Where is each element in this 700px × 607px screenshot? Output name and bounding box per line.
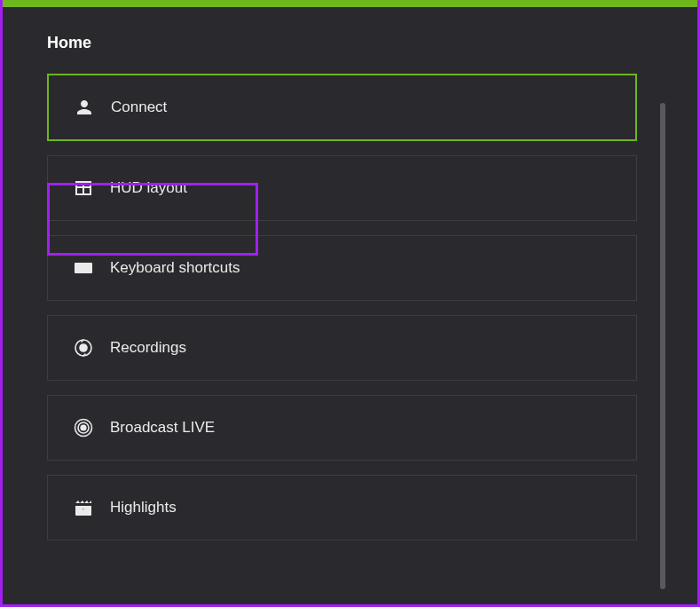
broadcast-icon (73, 417, 94, 438)
layout-icon (73, 177, 94, 199)
top-highlight-bar (3, 0, 697, 7)
menu-item-broadcast-live[interactable]: Broadcast LIVE (47, 395, 637, 461)
clapper-icon (73, 497, 94, 518)
menu-item-highlights[interactable]: Highlights (47, 475, 637, 540)
menu-item-keyboard-shortcuts[interactable]: Keyboard shortcuts (47, 235, 637, 301)
menu-label: Broadcast LIVE (110, 419, 215, 437)
menu-item-recordings[interactable]: Recordings (47, 315, 637, 381)
page-title: Home (47, 34, 662, 52)
svg-point-1 (80, 344, 87, 351)
settings-home-panel: Home Connect HUD layout Keyboard shortcu… (3, 7, 697, 540)
person-icon (74, 97, 95, 118)
menu-label: HUD layout (110, 179, 187, 197)
menu-label: Recordings (110, 339, 186, 357)
menu-item-connect[interactable]: Connect (47, 74, 637, 141)
svg-point-2 (81, 425, 86, 430)
keyboard-icon (73, 257, 94, 279)
menu-list: Connect HUD layout Keyboard shortcuts Re… (47, 74, 637, 540)
menu-item-hud-layout[interactable]: HUD layout (47, 155, 637, 221)
menu-label: Connect (111, 99, 167, 116)
menu-label: Highlights (110, 499, 177, 516)
menu-label: Keyboard shortcuts (110, 259, 240, 277)
scrollbar[interactable] (660, 103, 665, 589)
record-icon (73, 337, 94, 359)
